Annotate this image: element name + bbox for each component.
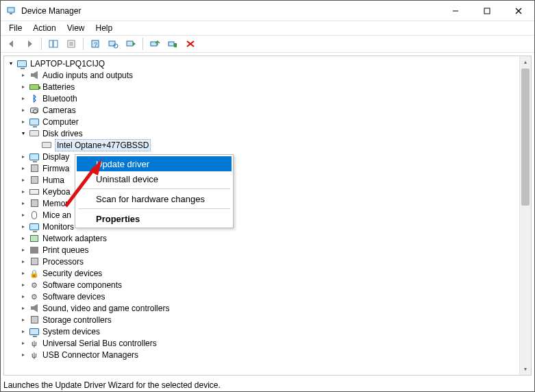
disk-icon [29, 128, 40, 139]
chevron-right-icon[interactable]: ▸ [19, 188, 27, 196]
svg-rect-0 [8, 8, 14, 12]
tree-item-softdev[interactable]: ▸⚙Software devices [7, 291, 531, 302]
tree-item-processors[interactable]: ▸Processors [7, 256, 531, 267]
chevron-right-icon[interactable]: ▸ [19, 83, 27, 91]
mouse-icon [29, 210, 40, 221]
menubar: File Action View Help [1, 21, 534, 35]
menu-help[interactable]: Help [92, 23, 117, 33]
close-button[interactable] [503, 1, 534, 21]
menu-action[interactable]: Action [29, 23, 60, 33]
root-label: LAPTOP-LPQ1CIJQ [30, 58, 105, 69]
chevron-right-icon[interactable]: ▸ [19, 211, 27, 219]
statusbar: Launches the Update Driver Wizard for th… [1, 379, 534, 391]
chevron-right-icon[interactable]: ▸ [19, 316, 27, 324]
help-button[interactable]: ? [87, 36, 103, 51]
tree-item-sound[interactable]: ▸Sound, video and game controllers [7, 302, 531, 314]
chevron-right-icon[interactable]: ▸ [19, 199, 27, 208]
scroll-down-button[interactable]: ▾ [520, 363, 531, 375]
properties-button[interactable] [63, 36, 79, 51]
tree-item-security[interactable]: ▸🔒Security devices [7, 267, 531, 279]
show-hide-tree-button[interactable] [45, 36, 62, 51]
chevron-right-icon[interactable]: ▸ [19, 269, 27, 278]
update-driver-button[interactable] [147, 36, 163, 51]
chevron-right-icon[interactable]: ▸ [19, 328, 27, 336]
chevron-right-icon[interactable]: ▸ [19, 223, 27, 231]
svg-rect-19 [174, 43, 177, 47]
forward-button[interactable] [21, 36, 38, 51]
minimize-button[interactable] [440, 1, 471, 21]
chip-icon [29, 256, 40, 267]
tree-item-bluetooth[interactable]: ▸ᛒBluetooth [7, 93, 531, 104]
tree-item-softcomp[interactable]: ▸⚙Software components [7, 279, 531, 291]
ctx-uninstall-device[interactable]: Uninstall device [77, 171, 232, 186]
monitor-icon [29, 151, 40, 162]
app-icon [6, 5, 17, 16]
scroll-up-button[interactable]: ▴ [520, 56, 531, 68]
ctx-properties[interactable]: Properties [77, 211, 232, 226]
vertical-scrollbar[interactable]: ▴ ▾ [519, 56, 531, 375]
chevron-right-icon[interactable]: ▸ [19, 95, 27, 103]
camera-icon [29, 105, 40, 116]
gear-icon: ⚙ [29, 280, 40, 291]
menu-view[interactable]: View [63, 23, 89, 33]
tree-item-audio[interactable]: ▸Audio inputs and outputs [7, 69, 531, 81]
computer-icon [29, 326, 40, 337]
chevron-right-icon[interactable]: ▸ [19, 106, 27, 114]
scroll-thumb[interactable] [521, 69, 530, 206]
tree-item-cameras[interactable]: ▸Cameras [7, 104, 531, 116]
chevron-right-icon[interactable]: ▸ [19, 71, 27, 79]
window-title: Device Manager [21, 6, 81, 16]
monitor-icon [29, 221, 40, 232]
printer-icon [29, 245, 40, 256]
ctx-scan-hardware[interactable]: Scan for hardware changes [77, 191, 232, 206]
tree-item-usbconn[interactable]: ▸ψUSB Connector Managers [7, 349, 531, 360]
toolbar: ? [1, 35, 534, 53]
svg-rect-3 [484, 8, 490, 14]
bluetooth-icon: ᛒ [29, 93, 40, 104]
ctx-update-driver[interactable]: Update driver [77, 156, 232, 171]
tree-item-print[interactable]: ▸Print queues [7, 244, 531, 256]
statusbar-text: Launches the Update Driver Wizard for th… [3, 380, 221, 390]
scan-hardware-button[interactable] [105, 36, 121, 51]
tree-item-network[interactable]: ▸Network adapters [7, 232, 531, 244]
maximize-button[interactable] [471, 1, 503, 21]
chip-icon [29, 163, 40, 174]
chevron-right-icon[interactable]: ▸ [19, 339, 27, 347]
context-menu: Update driver Uninstall device Scan for … [75, 154, 234, 228]
chevron-right-icon[interactable]: ▸ [19, 153, 27, 161]
tree-root[interactable]: ▾ LAPTOP-LPQ1CIJQ [7, 58, 531, 69]
chevron-right-icon[interactable]: ▸ [19, 281, 27, 289]
tree-item-computer[interactable]: ▸Computer [7, 116, 531, 127]
tree-item-disk-drives[interactable]: ▾Disk drives [7, 127, 531, 139]
chevron-right-icon[interactable]: ▸ [19, 258, 27, 266]
back-button[interactable] [3, 36, 20, 51]
computer-icon [16, 58, 27, 69]
tree-item-usb[interactable]: ▸ψUniversal Serial Bus controllers [7, 337, 531, 349]
chevron-right-icon[interactable]: ▸ [19, 293, 27, 301]
uninstall-device-button[interactable] [164, 36, 181, 51]
menu-file[interactable]: File [5, 23, 26, 33]
tree-item-disk-child[interactable]: ▸Intel Optane+477GBSSD [7, 139, 531, 151]
disk-icon [41, 140, 52, 151]
chevron-right-icon[interactable]: ▸ [19, 118, 27, 126]
chevron-down-icon[interactable]: ▾ [19, 130, 27, 138]
svg-rect-16 [127, 41, 133, 46]
speaker-icon [29, 70, 40, 81]
chevron-right-icon[interactable]: ▸ [19, 351, 27, 359]
disable-device-button[interactable] [182, 36, 199, 51]
usb-icon: ψ [29, 338, 40, 349]
add-legacy-button[interactable] [123, 36, 139, 51]
chevron-right-icon[interactable]: ▸ [19, 234, 27, 243]
chevron-down-icon[interactable]: ▾ [7, 60, 15, 68]
gear-icon: ⚙ [29, 291, 40, 302]
usb-icon: ψ [29, 350, 40, 360]
chevron-right-icon[interactable]: ▸ [19, 176, 27, 184]
chip-icon [29, 315, 40, 326]
titlebar: Device Manager [1, 1, 534, 21]
chevron-right-icon[interactable]: ▸ [19, 246, 27, 254]
tree-item-batteries[interactable]: ▸Batteries [7, 81, 531, 93]
tree-item-system[interactable]: ▸System devices [7, 326, 531, 337]
chevron-right-icon[interactable]: ▸ [19, 164, 27, 173]
tree-item-storage[interactable]: ▸Storage controllers [7, 314, 531, 326]
chevron-right-icon[interactable]: ▸ [19, 304, 27, 313]
